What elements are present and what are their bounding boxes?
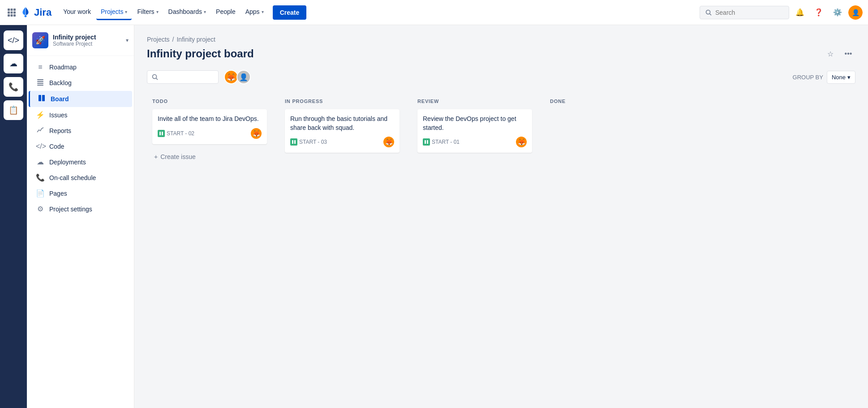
board-search[interactable]	[147, 70, 219, 84]
column-inprogress-header: IN PROGRESS	[285, 99, 400, 104]
settings-icon[interactable]: ⚙️	[829, 4, 846, 21]
oncall-label: On-call schedule	[49, 174, 96, 181]
svg-rect-16	[39, 95, 41, 101]
svg-rect-0	[8, 9, 10, 11]
sidebar-item-deployments[interactable]: ☁ Deployments	[29, 154, 132, 170]
svg-rect-4	[11, 11, 13, 13]
sidebar-item-reports[interactable]: Reports	[29, 123, 132, 139]
table-row[interactable]: Review the DevOps project to get started…	[417, 109, 532, 153]
svg-rect-21	[162, 132, 163, 135]
board-search-input[interactable]	[161, 73, 210, 81]
column-review-header: REVIEW	[417, 99, 532, 104]
group-by-label: GROUP BY	[793, 74, 823, 81]
sidebar-item-pages[interactable]: 📄 Pages	[29, 185, 132, 201]
help-icon[interactable]: ❓	[811, 4, 827, 21]
create-issue-button[interactable]: + Create issue	[152, 150, 267, 164]
card-assignee-avatar: 🦊	[251, 128, 262, 139]
deployments-label: Deployments	[49, 159, 86, 166]
card-footer: START - 02 🦊	[158, 128, 262, 139]
reports-label: Reports	[49, 127, 71, 134]
breadcrumb-infinity-link[interactable]: Infinity project	[176, 36, 215, 43]
strip-code-icon[interactable]: </>	[4, 30, 23, 50]
strip-cloud-icon[interactable]: ☁	[4, 54, 23, 73]
sidebar-item-roadmap[interactable]: ≡ Roadmap	[29, 60, 132, 75]
projects-chevron-icon: ▾	[125, 9, 127, 14]
sidebar-item-code[interactable]: </> Code	[29, 139, 132, 154]
search-input[interactable]	[715, 9, 778, 16]
svg-rect-2	[13, 9, 16, 11]
svg-rect-20	[159, 132, 161, 135]
create-issue-plus-icon: +	[154, 153, 158, 160]
project-header[interactable]: 🚀 Infinity project Software Project ▾	[27, 25, 134, 56]
apps-chevron-icon: ▾	[262, 9, 264, 14]
sidebar-item-issues[interactable]: ⚡ Issues	[29, 107, 132, 123]
board-columns: TODO Invite all of the team to Jira DevO…	[147, 93, 855, 272]
assignee-avatars: 🦊 👤	[224, 70, 251, 84]
column-in-progress: IN PROGRESS Run through the basic tutori…	[279, 93, 405, 272]
breadcrumb-projects-link[interactable]: Projects	[147, 36, 170, 43]
svg-point-18	[153, 75, 157, 79]
sidebar: 🚀 Infinity project Software Project ▾ ≡ …	[27, 25, 134, 408]
icon-strip: </> ☁ 📞 📋	[0, 25, 27, 408]
code-icon: </>	[36, 142, 45, 150]
main-content: Projects / Infinity project Infinity pro…	[134, 25, 868, 408]
sidebar-item-backlog[interactable]: Backlog	[29, 75, 132, 91]
dashboards-nav[interactable]: Dashboards ▾	[164, 4, 211, 20]
jira-logo[interactable]: Jira	[20, 7, 52, 18]
group-by-value: None	[832, 74, 846, 81]
svg-rect-17	[42, 95, 45, 101]
people-nav[interactable]: People	[211, 4, 240, 20]
svg-rect-8	[13, 14, 16, 17]
sidebar-item-project-settings[interactable]: ⚙ Project settings	[29, 201, 132, 217]
roadmap-icon: ≡	[36, 63, 45, 71]
card-footer: START - 01 🦊	[423, 137, 527, 147]
apps-nav[interactable]: Apps ▾	[241, 4, 268, 20]
more-options-icon[interactable]: •••	[841, 47, 855, 61]
filters-nav[interactable]: Filters ▾	[133, 4, 163, 20]
sidebar-nav: ≡ Roadmap Backlog	[27, 56, 134, 220]
column-done-header: DONE	[550, 99, 665, 104]
pages-icon: 📄	[36, 189, 45, 198]
dashboards-chevron-icon: ▾	[204, 9, 206, 14]
tag-icon	[423, 138, 430, 146]
board-label: Board	[51, 95, 69, 103]
svg-rect-22	[292, 140, 293, 144]
board-search-icon	[152, 74, 158, 80]
card-text: Review the DevOps project to get started…	[423, 115, 527, 132]
card-text: Run through the basic tutorials and shar…	[290, 115, 394, 132]
svg-line-11	[710, 13, 712, 15]
strip-doc-icon[interactable]: 📋	[4, 100, 23, 120]
svg-point-10	[706, 10, 710, 14]
sidebar-item-on-call[interactable]: 📞 On-call schedule	[29, 170, 132, 185]
column-review: REVIEW Review the DevOps project to get …	[412, 93, 537, 272]
project-chevron-icon: ▾	[126, 37, 129, 43]
project-avatar: 🚀	[32, 32, 48, 48]
svg-rect-15	[37, 85, 43, 86]
card-tag: START - 01	[423, 138, 460, 146]
your-work-nav[interactable]: Your work	[59, 4, 95, 20]
svg-point-9	[25, 15, 27, 17]
avatar[interactable]: 👤	[848, 5, 863, 20]
breadcrumb: Projects / Infinity project	[147, 36, 855, 43]
page-actions: ☆ •••	[823, 47, 855, 61]
projects-nav[interactable]: Projects ▾	[96, 4, 132, 20]
tag-icon	[158, 130, 165, 137]
svg-rect-14	[37, 83, 43, 84]
reports-icon	[36, 126, 45, 135]
app-layout: </> ☁ 📞 📋 🚀 Infinity project Software Pr…	[0, 25, 868, 408]
svg-rect-3	[8, 11, 10, 13]
table-row[interactable]: Run through the basic tutorials and shar…	[285, 109, 400, 153]
grid-menu-icon[interactable]	[5, 6, 18, 19]
star-icon[interactable]: ☆	[823, 47, 838, 61]
card-tag-text: START - 01	[432, 139, 460, 145]
sidebar-item-board[interactable]: Board	[29, 91, 132, 107]
notification-bell-icon[interactable]: 🔔	[792, 4, 808, 21]
assignee-avatar-2[interactable]: 👤	[236, 70, 251, 84]
group-by-chevron-icon: ▾	[847, 74, 851, 81]
project-type: Software Project	[53, 41, 126, 47]
group-by-dropdown[interactable]: None ▾	[827, 71, 855, 84]
create-button[interactable]: Create	[273, 5, 307, 20]
table-row[interactable]: Invite all of the team to Jira DevOps. S…	[152, 109, 267, 144]
strip-phone-icon[interactable]: 📞	[4, 77, 23, 97]
search-box[interactable]	[700, 6, 789, 19]
